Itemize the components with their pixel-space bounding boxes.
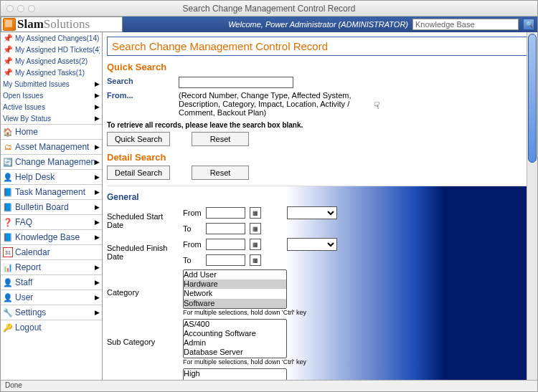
sidebar-main-item[interactable]: 🔧Settings▶: [1, 305, 102, 320]
vertical-scrollbar[interactable]: [527, 32, 537, 380]
detail-panel: General Scheduled Start Date From ▦ To: [107, 186, 532, 380]
detail-search-heading: Detail Search: [107, 152, 532, 163]
quick-search-button[interactable]: Quick Search: [107, 132, 170, 146]
sidebar-quick-item[interactable]: 📌My Assigned Assets(2): [1, 55, 102, 67]
sidebar-item-label: My Assigned Tasks(1): [15, 69, 85, 77]
sched-finish-to-input[interactable]: [206, 254, 245, 266]
quick-reset-button[interactable]: Reset: [192, 132, 249, 146]
category-select[interactable]: Add UserHardwareNetworkSoftware: [183, 269, 287, 309]
calendar-icon[interactable]: ▦: [250, 207, 261, 219]
sidebar-quick-item[interactable]: View By Status▶: [1, 113, 102, 124]
caret-right-icon: ▶: [95, 158, 100, 166]
sidebar-main-item[interactable]: 🏠Home: [1, 124, 102, 139]
status-text: Done: [5, 381, 22, 389]
sidebar-item-label: My Assigned Changes(14): [15, 34, 99, 42]
status-bar: Done: [1, 380, 537, 391]
scrollbar-thumb[interactable]: [528, 34, 537, 163]
caret-right-icon: ▶: [95, 80, 100, 87]
sidebar-quick-item[interactable]: 📌My Assigned Tasks(1): [1, 67, 102, 78]
sidebar-item-label: Active Issues: [3, 103, 45, 111]
to-label-2: To: [183, 252, 206, 268]
caret-right-icon: ▶: [95, 143, 100, 150]
home-icon: 🏠: [3, 127, 13, 137]
window-title: Search Change Management Control Record: [1, 4, 537, 14]
search-hint: (Record Number, Change Type, Affected Sy…: [179, 90, 358, 118]
calendar-icon[interactable]: ▦: [250, 223, 261, 234]
sidebar-item-label: Bulletin Board: [15, 202, 69, 212]
detail-search-button[interactable]: Detail Search: [107, 166, 170, 180]
calendar-icon[interactable]: ▦: [250, 254, 261, 266]
calendar-icon[interactable]: ▦: [250, 239, 261, 250]
sidebar-quick-item[interactable]: 📌My Assigned Changes(14): [1, 32, 102, 44]
pin-icon: 📌: [3, 56, 13, 66]
caret-right-icon: ▶: [95, 294, 100, 301]
top-bar: Welcome, Power Administrator (ADMINISTRA…: [123, 16, 537, 32]
sidebar-main-item[interactable]: 📘Knowledge Base▶: [1, 229, 102, 244]
sched-finish-from-input[interactable]: [206, 239, 245, 250]
sidebar-main-item[interactable]: 📘Bulletin Board▶: [1, 199, 102, 214]
doc-icon: 📘: [3, 232, 13, 242]
sched-finish-from-select[interactable]: [287, 238, 337, 251]
sidebar-main-item[interactable]: 📘Task Management▶: [1, 184, 102, 199]
sched-start-from-input[interactable]: [206, 207, 245, 219]
caret-right-icon: ▶: [95, 115, 100, 122]
caret-right-icon: ▶: [95, 219, 100, 226]
sidebar-quick-item[interactable]: Active Issues▶: [1, 101, 102, 113]
multi-hint: For multiple selections, hold down 'Ctrl…: [183, 309, 337, 316]
caret-right-icon: ▶: [95, 92, 100, 99]
sidebar-item-label: Change Management: [15, 157, 95, 167]
sidebar-quick-item[interactable]: Open Issues▶: [1, 90, 102, 101]
sidebar-main-item[interactable]: 🔑Logout: [1, 320, 102, 335]
report-icon: 📊: [3, 262, 13, 272]
sidebar-item-label: My Assigned Assets(2): [15, 57, 88, 65]
detail-reset-button[interactable]: Reset: [192, 166, 249, 180]
change-icon: 🔄: [3, 157, 13, 167]
sidebar: 📌My Assigned Changes(14)📌My Assigned HD …: [1, 32, 103, 380]
caret-right-icon: ▶: [95, 188, 100, 196]
kb-search-button[interactable]: 🔍: [523, 19, 534, 30]
sidebar-main-item[interactable]: 👤Staff▶: [1, 274, 102, 290]
sidebar-item-label: Open Issues: [3, 92, 43, 100]
sidebar-main-item[interactable]: 31Calendar: [1, 244, 102, 259]
from-label-2: From: [183, 236, 206, 252]
sched-start-to-input[interactable]: [206, 223, 245, 234]
quick-search-input[interactable]: [179, 77, 293, 88]
sidebar-item-label: Task Management: [15, 187, 85, 197]
app-header: SlamSolutions Welcome, Power Administrat…: [1, 16, 537, 32]
impact-select[interactable]: HighMediumLow: [183, 368, 287, 381]
kb-search-input[interactable]: [412, 19, 519, 30]
sidebar-item-label: Home: [15, 127, 38, 137]
subcategory-select[interactable]: AS/400Accounting SoftwareAdminDatabase S…: [183, 319, 287, 358]
pin-icon: 📌: [3, 67, 13, 77]
caret-right-icon: ▶: [95, 173, 100, 181]
sched-start-from-select[interactable]: [287, 206, 337, 219]
sched-finish-label: Scheduled Finish Date: [107, 236, 183, 268]
sidebar-main-item[interactable]: 📊Report▶: [1, 259, 102, 274]
sidebar-main-item[interactable]: 👤User▶: [1, 290, 102, 305]
sidebar-item-label: Asset Management: [15, 142, 89, 152]
sidebar-main-item[interactable]: 🔄Change Management▶: [1, 154, 102, 169]
person-icon: 👤: [3, 277, 13, 287]
stack-icon: 🗂: [3, 142, 13, 152]
window-titlebar: Search Change Management Control Record: [1, 1, 537, 16]
sidebar-quick-item[interactable]: 📌My Assigned HD Tickets(4): [1, 44, 102, 55]
sidebar-main-item[interactable]: ❓FAQ▶: [1, 214, 102, 229]
main-content: Search Change Management Control Record …: [103, 32, 537, 380]
doc-icon: 📘: [3, 202, 13, 212]
sidebar-main-item[interactable]: 👤Help Desk▶: [1, 169, 102, 184]
sidebar-item-label: Report: [15, 262, 41, 272]
logo-text: SlamSolutions: [17, 17, 90, 32]
sidebar-item-label: Help Desk: [15, 172, 55, 182]
sched-start-label: Scheduled Start Date: [107, 205, 183, 236]
search-label: Search: [107, 75, 179, 90]
caret-right-icon: ▶: [95, 234, 100, 241]
key-icon: 🔑: [3, 322, 13, 333]
pin-icon: 📌: [3, 33, 13, 43]
sidebar-quick-item[interactable]: My Submitted Issues▶: [1, 78, 102, 90]
sidebar-main-item[interactable]: 🗂Asset Management▶: [1, 139, 102, 154]
from-label-1: From: [183, 205, 206, 221]
sidebar-item-label: Settings: [15, 307, 46, 317]
impact-label: Impact: [107, 367, 183, 381]
multi-hint: For multiple selections, hold down 'Ctrl…: [183, 358, 337, 365]
to-label-1: To: [183, 221, 206, 236]
